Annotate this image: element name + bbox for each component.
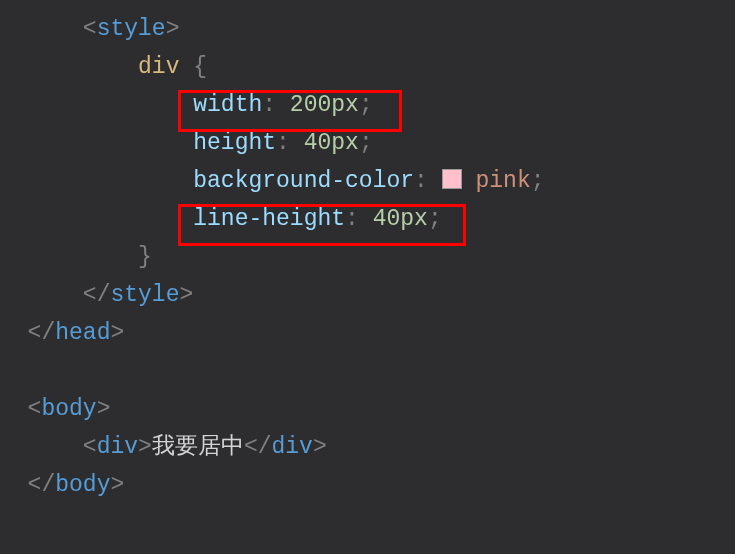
- code-line: background-color: pink;: [0, 162, 735, 200]
- color-swatch-icon: [442, 169, 462, 189]
- code-line: <body>: [0, 390, 735, 428]
- code-line: width: 200px;: [0, 86, 735, 124]
- blank-line: [0, 352, 735, 390]
- code-line: line-height: 40px;: [0, 200, 735, 238]
- code-line: div {: [0, 48, 735, 86]
- code-block[interactable]: <style> div { width: 200px; height: 40px…: [0, 10, 735, 504]
- code-line: }: [0, 238, 735, 276]
- code-line: <style>: [0, 10, 735, 48]
- code-line: </head>: [0, 314, 735, 352]
- code-line: <div>我要居中</div>: [0, 428, 735, 466]
- code-line: height: 40px;: [0, 124, 735, 162]
- code-line: </style>: [0, 276, 735, 314]
- code-line: </body>: [0, 466, 735, 504]
